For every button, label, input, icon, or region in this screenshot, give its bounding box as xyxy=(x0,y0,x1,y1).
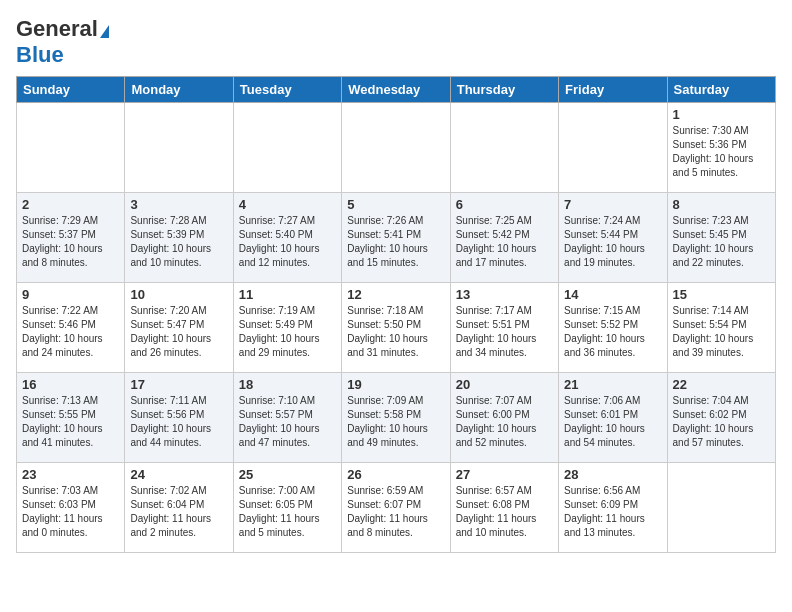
calendar-cell: 27Sunrise: 6:57 AM Sunset: 6:08 PM Dayli… xyxy=(450,463,558,553)
day-number: 6 xyxy=(456,197,553,212)
logo-general-text: General xyxy=(16,16,98,41)
day-number: 7 xyxy=(564,197,661,212)
calendar-cell: 8Sunrise: 7:23 AM Sunset: 5:45 PM Daylig… xyxy=(667,193,775,283)
weekday-header-row: SundayMondayTuesdayWednesdayThursdayFrid… xyxy=(17,77,776,103)
calendar-cell: 4Sunrise: 7:27 AM Sunset: 5:40 PM Daylig… xyxy=(233,193,341,283)
day-number: 12 xyxy=(347,287,444,302)
day-number: 5 xyxy=(347,197,444,212)
day-info: Sunrise: 7:26 AM Sunset: 5:41 PM Dayligh… xyxy=(347,214,444,270)
calendar-cell: 15Sunrise: 7:14 AM Sunset: 5:54 PM Dayli… xyxy=(667,283,775,373)
day-number: 3 xyxy=(130,197,227,212)
calendar-cell: 24Sunrise: 7:02 AM Sunset: 6:04 PM Dayli… xyxy=(125,463,233,553)
calendar-cell: 14Sunrise: 7:15 AM Sunset: 5:52 PM Dayli… xyxy=(559,283,667,373)
day-info: Sunrise: 7:27 AM Sunset: 5:40 PM Dayligh… xyxy=(239,214,336,270)
day-number: 8 xyxy=(673,197,770,212)
weekday-header-sunday: Sunday xyxy=(17,77,125,103)
page-header: General Blue xyxy=(16,16,776,68)
weekday-header-saturday: Saturday xyxy=(667,77,775,103)
day-number: 16 xyxy=(22,377,119,392)
day-number: 23 xyxy=(22,467,119,482)
day-info: Sunrise: 7:11 AM Sunset: 5:56 PM Dayligh… xyxy=(130,394,227,450)
calendar-cell: 18Sunrise: 7:10 AM Sunset: 5:57 PM Dayli… xyxy=(233,373,341,463)
day-info: Sunrise: 7:17 AM Sunset: 5:51 PM Dayligh… xyxy=(456,304,553,360)
day-number: 28 xyxy=(564,467,661,482)
calendar-week-row: 1Sunrise: 7:30 AM Sunset: 5:36 PM Daylig… xyxy=(17,103,776,193)
day-number: 14 xyxy=(564,287,661,302)
calendar-cell xyxy=(667,463,775,553)
weekday-header-wednesday: Wednesday xyxy=(342,77,450,103)
calendar-cell xyxy=(342,103,450,193)
day-info: Sunrise: 6:57 AM Sunset: 6:08 PM Dayligh… xyxy=(456,484,553,540)
calendar-week-row: 23Sunrise: 7:03 AM Sunset: 6:03 PM Dayli… xyxy=(17,463,776,553)
calendar-cell: 10Sunrise: 7:20 AM Sunset: 5:47 PM Dayli… xyxy=(125,283,233,373)
calendar-week-row: 9Sunrise: 7:22 AM Sunset: 5:46 PM Daylig… xyxy=(17,283,776,373)
calendar-cell: 7Sunrise: 7:24 AM Sunset: 5:44 PM Daylig… xyxy=(559,193,667,283)
day-info: Sunrise: 7:19 AM Sunset: 5:49 PM Dayligh… xyxy=(239,304,336,360)
day-info: Sunrise: 7:03 AM Sunset: 6:03 PM Dayligh… xyxy=(22,484,119,540)
day-number: 19 xyxy=(347,377,444,392)
day-info: Sunrise: 7:28 AM Sunset: 5:39 PM Dayligh… xyxy=(130,214,227,270)
day-info: Sunrise: 7:04 AM Sunset: 6:02 PM Dayligh… xyxy=(673,394,770,450)
day-number: 13 xyxy=(456,287,553,302)
calendar-table: SundayMondayTuesdayWednesdayThursdayFrid… xyxy=(16,76,776,553)
calendar-cell: 28Sunrise: 6:56 AM Sunset: 6:09 PM Dayli… xyxy=(559,463,667,553)
calendar-cell: 19Sunrise: 7:09 AM Sunset: 5:58 PM Dayli… xyxy=(342,373,450,463)
calendar-cell: 6Sunrise: 7:25 AM Sunset: 5:42 PM Daylig… xyxy=(450,193,558,283)
day-info: Sunrise: 7:13 AM Sunset: 5:55 PM Dayligh… xyxy=(22,394,119,450)
day-info: Sunrise: 7:20 AM Sunset: 5:47 PM Dayligh… xyxy=(130,304,227,360)
day-info: Sunrise: 7:24 AM Sunset: 5:44 PM Dayligh… xyxy=(564,214,661,270)
day-info: Sunrise: 7:30 AM Sunset: 5:36 PM Dayligh… xyxy=(673,124,770,180)
calendar-cell: 16Sunrise: 7:13 AM Sunset: 5:55 PM Dayli… xyxy=(17,373,125,463)
day-info: Sunrise: 6:56 AM Sunset: 6:09 PM Dayligh… xyxy=(564,484,661,540)
day-number: 17 xyxy=(130,377,227,392)
day-info: Sunrise: 7:25 AM Sunset: 5:42 PM Dayligh… xyxy=(456,214,553,270)
day-number: 24 xyxy=(130,467,227,482)
calendar-cell xyxy=(125,103,233,193)
day-info: Sunrise: 6:59 AM Sunset: 6:07 PM Dayligh… xyxy=(347,484,444,540)
day-number: 9 xyxy=(22,287,119,302)
weekday-header-thursday: Thursday xyxy=(450,77,558,103)
day-number: 4 xyxy=(239,197,336,212)
calendar-cell: 22Sunrise: 7:04 AM Sunset: 6:02 PM Dayli… xyxy=(667,373,775,463)
calendar-cell: 21Sunrise: 7:06 AM Sunset: 6:01 PM Dayli… xyxy=(559,373,667,463)
day-info: Sunrise: 7:07 AM Sunset: 6:00 PM Dayligh… xyxy=(456,394,553,450)
calendar-cell: 26Sunrise: 6:59 AM Sunset: 6:07 PM Dayli… xyxy=(342,463,450,553)
calendar-cell: 20Sunrise: 7:07 AM Sunset: 6:00 PM Dayli… xyxy=(450,373,558,463)
logo: General Blue xyxy=(16,16,109,68)
logo-icon xyxy=(100,25,109,38)
calendar-cell xyxy=(559,103,667,193)
calendar-cell: 23Sunrise: 7:03 AM Sunset: 6:03 PM Dayli… xyxy=(17,463,125,553)
logo-blue-text: Blue xyxy=(16,42,64,67)
calendar-cell: 5Sunrise: 7:26 AM Sunset: 5:41 PM Daylig… xyxy=(342,193,450,283)
day-number: 11 xyxy=(239,287,336,302)
day-info: Sunrise: 7:23 AM Sunset: 5:45 PM Dayligh… xyxy=(673,214,770,270)
weekday-header-friday: Friday xyxy=(559,77,667,103)
calendar-cell: 25Sunrise: 7:00 AM Sunset: 6:05 PM Dayli… xyxy=(233,463,341,553)
calendar-week-row: 2Sunrise: 7:29 AM Sunset: 5:37 PM Daylig… xyxy=(17,193,776,283)
calendar-cell: 1Sunrise: 7:30 AM Sunset: 5:36 PM Daylig… xyxy=(667,103,775,193)
day-info: Sunrise: 7:14 AM Sunset: 5:54 PM Dayligh… xyxy=(673,304,770,360)
day-info: Sunrise: 7:22 AM Sunset: 5:46 PM Dayligh… xyxy=(22,304,119,360)
calendar-cell xyxy=(233,103,341,193)
calendar-cell: 13Sunrise: 7:17 AM Sunset: 5:51 PM Dayli… xyxy=(450,283,558,373)
day-info: Sunrise: 7:29 AM Sunset: 5:37 PM Dayligh… xyxy=(22,214,119,270)
day-number: 1 xyxy=(673,107,770,122)
day-number: 10 xyxy=(130,287,227,302)
day-number: 27 xyxy=(456,467,553,482)
day-number: 15 xyxy=(673,287,770,302)
day-info: Sunrise: 7:10 AM Sunset: 5:57 PM Dayligh… xyxy=(239,394,336,450)
day-info: Sunrise: 7:02 AM Sunset: 6:04 PM Dayligh… xyxy=(130,484,227,540)
day-info: Sunrise: 7:06 AM Sunset: 6:01 PM Dayligh… xyxy=(564,394,661,450)
day-number: 21 xyxy=(564,377,661,392)
calendar-cell: 3Sunrise: 7:28 AM Sunset: 5:39 PM Daylig… xyxy=(125,193,233,283)
day-number: 20 xyxy=(456,377,553,392)
day-number: 2 xyxy=(22,197,119,212)
day-number: 22 xyxy=(673,377,770,392)
calendar-cell: 12Sunrise: 7:18 AM Sunset: 5:50 PM Dayli… xyxy=(342,283,450,373)
calendar-cell: 17Sunrise: 7:11 AM Sunset: 5:56 PM Dayli… xyxy=(125,373,233,463)
day-info: Sunrise: 7:09 AM Sunset: 5:58 PM Dayligh… xyxy=(347,394,444,450)
day-number: 18 xyxy=(239,377,336,392)
weekday-header-tuesday: Tuesday xyxy=(233,77,341,103)
weekday-header-monday: Monday xyxy=(125,77,233,103)
calendar-cell: 11Sunrise: 7:19 AM Sunset: 5:49 PM Dayli… xyxy=(233,283,341,373)
